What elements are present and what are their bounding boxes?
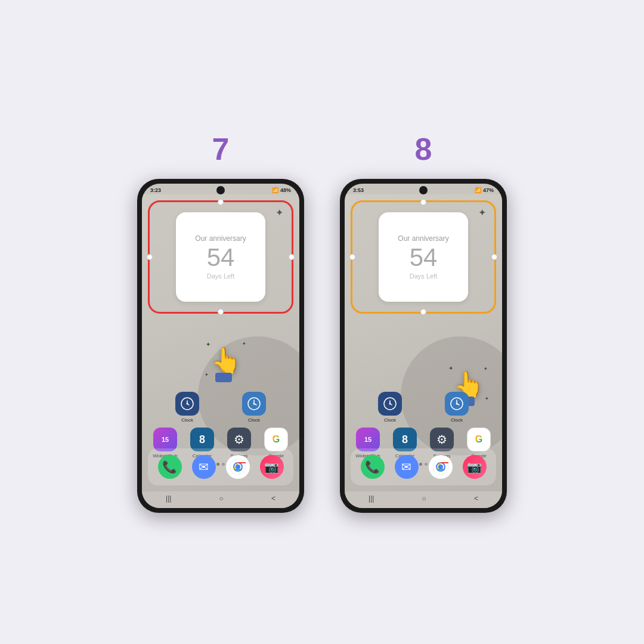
handle-bottom-7 <box>218 309 224 315</box>
wifi-icon-8: 📶 <box>475 187 481 193</box>
phone-7-notch <box>216 186 225 194</box>
widget-number-8: 54 <box>410 245 438 270</box>
hand-cursor-7: ✦ ✦ ✦ 👆 <box>210 346 242 375</box>
svg-point-21 <box>438 465 443 469</box>
time-8: 3:53 <box>353 187 364 193</box>
dock-8: 📞 ✉ 📷 <box>351 448 496 485</box>
app-row1-7: Clock Clock <box>142 392 299 423</box>
nav-bar-8: ||| ○ < <box>345 491 502 508</box>
sparkle-8: ✦ <box>478 207 486 218</box>
widget-title-8: Our anniversary <box>398 234 448 243</box>
clock-blue-icon-8 <box>445 392 469 416</box>
handle-right-7 <box>289 254 295 260</box>
sleeve-7 <box>215 373 232 382</box>
step-8-container: 8 3:53 📶 47% <box>340 131 507 513</box>
handle-top-8 <box>420 199 426 205</box>
clock-blue-icon-7 <box>242 392 266 416</box>
chrome-dock-7[interactable] <box>226 455 250 479</box>
clock-dark-icon-8 <box>378 392 402 416</box>
nav-home-7[interactable]: ○ <box>219 494 224 503</box>
camera-dock-8[interactable]: 📷 <box>463 455 487 479</box>
handle-left-7 <box>147 254 153 260</box>
nav-back-7[interactable]: < <box>271 494 275 503</box>
messages-dock-7[interactable]: ✉ <box>192 455 216 479</box>
svg-point-18 <box>456 403 458 405</box>
phone-8-screen: 3:53 📶 47% ✦ <box>345 184 502 508</box>
handle-bottom-8 <box>420 309 426 315</box>
widget-area-8[interactable]: ✦ Our anniversary 54 Days Left <box>351 200 496 314</box>
google-icon-8: G <box>467 428 491 451</box>
calendar-icon-7: 8 <box>190 428 214 451</box>
google-icon-7: G <box>264 428 288 451</box>
nav-home-8[interactable]: ○ <box>422 494 426 503</box>
nav-lines-7[interactable]: ||| <box>166 494 171 503</box>
clock-blue-app-8[interactable]: Clock <box>441 392 473 423</box>
clock-dark-app-7[interactable]: Clock <box>171 392 203 423</box>
wallpaper-8: ✦ Our anniversary 54 Days Left ✦ ✦ ✦ 👆 <box>345 194 502 491</box>
phone-8-notch <box>419 186 428 194</box>
handle-left-8 <box>349 254 355 260</box>
phone-dock-8[interactable]: 📞 <box>361 455 385 479</box>
widget-number-7: 54 <box>207 245 235 270</box>
camera-dock-7[interactable]: 📷 <box>260 455 284 479</box>
phone-7: 3:23 📶 48% ✦ <box>137 179 304 513</box>
widgetclub-icon-8: 15 <box>356 428 380 451</box>
widget-title-7: Our anniversary <box>195 234 246 243</box>
nav-bar-7: ||| ○ < <box>142 491 299 508</box>
settings-icon-8: ⚙ <box>430 428 454 451</box>
time-7: 3:23 <box>150 187 161 193</box>
widget-card-7: Our anniversary 54 Days Left <box>176 212 265 302</box>
wifi-icon-7: 📶 <box>272 187 278 193</box>
app-row1-8: Clock Clock <box>345 392 502 423</box>
clock-blue-label-7: Clock <box>248 417 260 423</box>
clock-blue-label-8: Clock <box>451 417 463 423</box>
step-8-number: 8 <box>415 131 432 167</box>
chrome-dock-8[interactable] <box>429 455 453 479</box>
widget-subtitle-8: Days Left <box>410 273 437 280</box>
handle-top-7 <box>218 199 224 205</box>
clock-blue-app-7[interactable]: Clock <box>238 392 270 423</box>
sparkle-7: ✦ <box>275 207 283 218</box>
clock-dark-app-8[interactable]: Clock <box>374 392 406 423</box>
step-7-container: 7 3:23 📶 48% <box>137 131 304 513</box>
widget-subtitle-7: Days Left <box>207 273 234 280</box>
handle-right-8 <box>491 254 497 260</box>
svg-point-14 <box>389 403 391 405</box>
widget-card-8: Our anniversary 54 Days Left <box>379 212 468 302</box>
clock-dark-label-7: Clock <box>181 417 193 423</box>
step-7-number: 7 <box>212 131 230 167</box>
clock-dark-icon-7 <box>175 392 199 416</box>
phone-8: 3:53 📶 47% ✦ <box>340 179 507 513</box>
phone-7-screen: 3:23 📶 48% ✦ <box>142 184 299 508</box>
svg-point-3 <box>187 403 188 405</box>
settings-icon-7: ⚙ <box>227 428 251 451</box>
hand-icon-7: 👆 <box>210 346 242 375</box>
widgetclub-icon-7: 15 <box>153 428 177 451</box>
widget-area-7[interactable]: ✦ Our anniversary 54 Days Left <box>148 200 293 314</box>
battery-7: 48% <box>280 187 291 193</box>
wallpaper-7: ✦ Our anniversary 54 Days Left ✦ ✦ ✦ 👆 <box>142 194 299 491</box>
nav-back-8[interactable]: < <box>474 494 478 503</box>
nav-lines-8[interactable]: ||| <box>369 494 374 503</box>
svg-point-10 <box>236 465 240 469</box>
battery-8: 47% <box>483 187 494 193</box>
messages-dock-8[interactable]: ✉ <box>395 455 419 479</box>
calendar-icon-8: 8 <box>393 428 417 451</box>
svg-point-7 <box>253 403 255 405</box>
clock-dark-label-8: Clock <box>384 417 396 423</box>
dock-7: 📞 ✉ 📷 <box>148 448 293 485</box>
phone-dock-7[interactable]: 📞 <box>158 455 182 479</box>
